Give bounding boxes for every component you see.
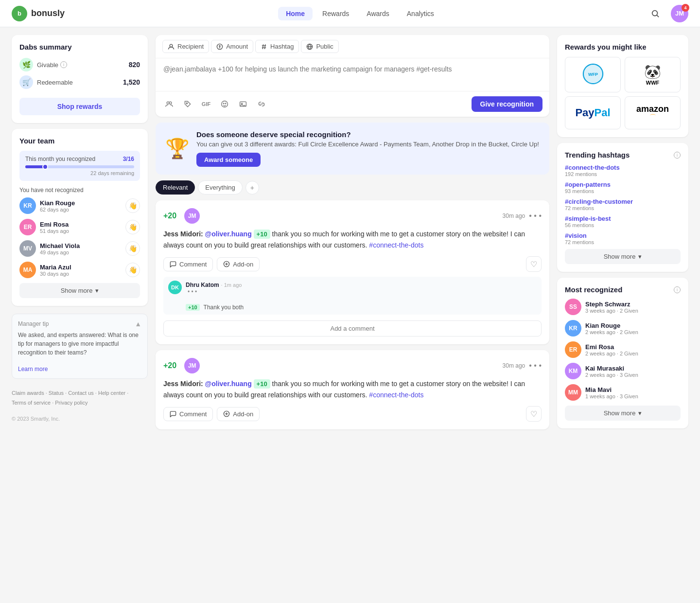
add-comment-input[interactable] bbox=[163, 320, 542, 337]
post-hashtag[interactable]: #connect-the-dots bbox=[369, 391, 423, 399]
footer-claim-awards[interactable]: Claim awards bbox=[12, 390, 44, 396]
post-bonus: +10 bbox=[254, 230, 270, 239]
trending-info-icon[interactable]: i bbox=[674, 152, 681, 159]
hashtag-tag[interactable]: #open-patterns bbox=[565, 181, 681, 188]
composer-actions: GIF Give recognition bbox=[156, 91, 549, 117]
givable-row: 🌿 Givable i 820 bbox=[19, 58, 140, 71]
like-button[interactable]: ♡ bbox=[526, 406, 542, 422]
list-item: MM Mia Mavi 1 weeks ago · 3 Given bbox=[565, 384, 681, 401]
recognize-button[interactable]: 👋 bbox=[125, 263, 140, 277]
recipient-tool[interactable]: Recipient bbox=[162, 40, 209, 53]
footer-terms[interactable]: Terms of service bbox=[12, 400, 51, 406]
redeemable-value: 1,520 bbox=[123, 78, 140, 86]
recognize-button[interactable]: 👋 bbox=[125, 198, 140, 213]
comment-button[interactable]: Comment bbox=[163, 257, 213, 271]
reward-paypal[interactable]: PayPal bbox=[565, 96, 621, 129]
nav-rewards[interactable]: Rewards bbox=[315, 7, 357, 20]
hashtag-mentions: 192 mentions bbox=[565, 171, 681, 177]
comment-item: DK Dhru Katom · 1m ago • • • +10 Thank y… bbox=[163, 277, 542, 315]
hashtag-item: #vision 72 mentions bbox=[565, 232, 681, 245]
nav-awards[interactable]: Awards bbox=[359, 7, 397, 20]
composer-toolbar: Recipient Amount Hashtag Public bbox=[156, 35, 549, 58]
comment-button[interactable]: Comment bbox=[163, 407, 213, 421]
reward-wwf[interactable]: 🐼 WWF bbox=[625, 57, 681, 92]
post-actions: Comment Add-on ♡ bbox=[163, 256, 542, 272]
hashtag-item: #simple-is-best 56 mentions bbox=[565, 215, 681, 228]
post-menu-button[interactable]: • • • bbox=[529, 212, 542, 220]
show-more-hashtags-button[interactable]: Show more ▾ bbox=[565, 249, 681, 264]
dabs-summary-card: Dabs summary 🌿 Givable i 820 🛒 Redeemabl… bbox=[12, 35, 148, 123]
hashtag-tag[interactable]: #vision bbox=[565, 232, 681, 239]
manager-tip-collapse-button[interactable]: ▲ bbox=[135, 320, 141, 328]
footer-contact[interactable]: Contact us bbox=[68, 390, 94, 396]
tab-relevant[interactable]: Relevant bbox=[156, 180, 195, 195]
post-recipient[interactable]: @oliver.huang bbox=[205, 380, 252, 388]
post-hashtag[interactable]: #connect-the-dots bbox=[369, 241, 423, 249]
addon-button[interactable]: Add-on bbox=[217, 257, 260, 271]
recognize-button[interactable]: 👋 bbox=[125, 241, 140, 256]
footer-status[interactable]: Status bbox=[49, 390, 64, 396]
member-info: Maria Azul 30 days ago bbox=[40, 264, 122, 277]
post-time: 30m ago bbox=[503, 362, 525, 369]
give-recognition-button[interactable]: Give recognition bbox=[472, 96, 542, 112]
nav-analytics[interactable]: Analytics bbox=[399, 7, 442, 20]
post-header: +20 JM 30m ago • • • bbox=[163, 208, 542, 224]
tag-icon[interactable] bbox=[181, 97, 194, 111]
most-recognized-info-icon[interactable]: i bbox=[674, 286, 681, 293]
post-recipient[interactable]: @oliver.huang bbox=[205, 230, 252, 238]
link-icon[interactable] bbox=[255, 97, 268, 111]
amount-tool[interactable]: Amount bbox=[211, 40, 253, 53]
post-sender-name: Jess Midori: bbox=[163, 230, 203, 238]
member-avatar: MA bbox=[19, 262, 36, 278]
logo[interactable]: b bonusly bbox=[12, 6, 65, 21]
hashtag-tag[interactable]: #simple-is-best bbox=[565, 215, 681, 222]
footer-help[interactable]: Help center bbox=[98, 390, 125, 396]
svg-point-0 bbox=[652, 10, 658, 16]
svg-line-8 bbox=[262, 44, 263, 49]
member-avatar: ER bbox=[19, 219, 36, 235]
emoji-icon[interactable] bbox=[218, 97, 231, 111]
most-recognized-title: Most recognized bbox=[565, 285, 622, 294]
post-points: +20 bbox=[163, 361, 176, 370]
reward-amazon[interactable]: amazon ⌒ bbox=[625, 96, 681, 129]
like-button[interactable]: ♡ bbox=[526, 256, 542, 272]
post-menu-button[interactable]: • • • bbox=[529, 361, 542, 370]
image-icon[interactable] bbox=[236, 97, 250, 111]
award-someone-button[interactable]: Award someone bbox=[196, 153, 261, 167]
hashtag-tag[interactable]: #circling-the-customer bbox=[565, 198, 681, 205]
show-more-recognized-button[interactable]: Show more ▾ bbox=[565, 406, 681, 421]
givable-info-icon[interactable]: i bbox=[60, 61, 67, 68]
comment-menu-button[interactable]: • • • bbox=[188, 288, 537, 295]
member-avatar: KR bbox=[19, 197, 36, 214]
recognized-info: Mia Mavi 1 weeks ago · 3 Given bbox=[585, 386, 681, 399]
shop-rewards-button[interactable]: Shop rewards bbox=[19, 98, 140, 115]
learn-more-link[interactable]: Learn more bbox=[18, 366, 48, 372]
recognized-meta: 2 weeks ago · 3 Given bbox=[585, 372, 681, 378]
recognized-info: Kian Rouge 2 weeks ago · 2 Given bbox=[585, 322, 681, 335]
recognition-textarea[interactable] bbox=[156, 58, 549, 89]
footer-privacy[interactable]: Privacy policy bbox=[55, 400, 88, 406]
tab-everything[interactable]: Everything bbox=[198, 180, 242, 195]
show-more-team-button[interactable]: Show more ▾ bbox=[19, 283, 140, 298]
hashtag-tool[interactable]: Hashtag bbox=[255, 40, 299, 53]
add-tab-button[interactable]: + bbox=[245, 181, 259, 195]
svg-point-15 bbox=[223, 103, 224, 104]
recognize-button[interactable]: 👋 bbox=[125, 220, 140, 234]
member-days: 51 days ago bbox=[40, 228, 122, 234]
post-meta: +20 JM bbox=[163, 208, 200, 224]
addon-button[interactable]: Add-on bbox=[217, 407, 260, 421]
user-avatar-container[interactable]: JM 4 bbox=[671, 5, 688, 22]
recognized-meta: 2 weeks ago · 2 Given bbox=[585, 351, 681, 356]
feed-tabs: Relevant Everything + bbox=[156, 180, 549, 195]
recognized-name: Kai Murasaki bbox=[585, 365, 681, 372]
notification-badge: 4 bbox=[682, 4, 689, 12]
comment-body: Dhru Katom · 1m ago • • • +10 Thank you … bbox=[186, 281, 537, 311]
nav-home[interactable]: Home bbox=[278, 7, 313, 20]
visibility-tool[interactable]: Public bbox=[301, 40, 338, 53]
gif-button[interactable]: GIF bbox=[199, 97, 213, 111]
people-icon[interactable] bbox=[162, 97, 176, 111]
reward-wfp[interactable]: WFP bbox=[565, 57, 621, 92]
search-button[interactable] bbox=[648, 6, 663, 21]
hashtag-tag[interactable]: #connect-the-dots bbox=[565, 164, 681, 171]
recognized-name: Mia Mavi bbox=[585, 386, 681, 393]
